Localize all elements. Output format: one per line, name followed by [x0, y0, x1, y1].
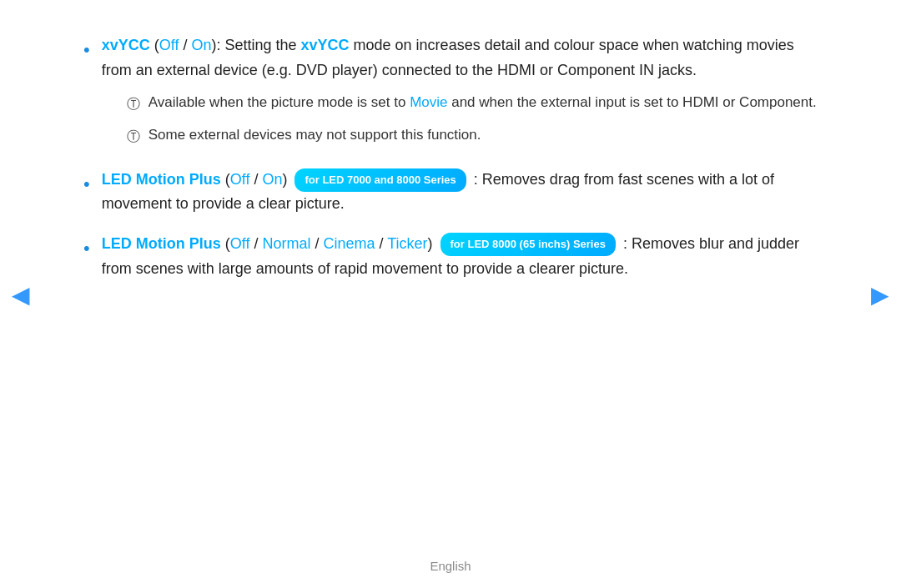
led-motion-2-text: LED Motion Plus (Off / Normal / Cinema /…: [102, 235, 799, 277]
note-icon-2: Ⓣ: [127, 126, 140, 148]
xvycc-content: xvYCC (Off / On): Setting the xvYCC mode…: [102, 33, 818, 153]
language-label: English: [430, 559, 471, 573]
content-area: • xvYCC (Off / On): Setting the xvYCC mo…: [67, 25, 834, 304]
led-m2-normal: Normal: [262, 235, 310, 252]
list-item-led-motion-1: • LED Motion Plus (Off / On) for LED 700…: [83, 168, 818, 217]
led-m2-cinema: Cinema: [323, 235, 375, 252]
led-motion-1-content: LED Motion Plus (Off / On) for LED 7000 …: [102, 168, 818, 217]
bullet-icon-3: •: [83, 234, 90, 263]
led-7000-8000-badge: for LED 7000 and 8000 Series: [294, 168, 466, 191]
note-icon-1: Ⓣ: [127, 93, 140, 115]
list-item-led-motion-2: • LED Motion Plus (Off / Normal / Cinema…: [83, 232, 818, 281]
xvycc-label2: xvYCC: [301, 37, 350, 53]
bullet-icon-2: •: [83, 169, 90, 199]
bullet-icon: •: [83, 35, 90, 64]
led-m2-off: Off: [230, 235, 250, 252]
xvycc-text: xvYCC (Off / On): Setting the xvYCC mode…: [102, 37, 794, 78]
xvycc-off: Off: [159, 37, 179, 53]
led-m2-ticker: Ticker: [387, 235, 427, 252]
nav-arrow-right[interactable]: ▶: [868, 275, 893, 313]
led-motion-2-content: LED Motion Plus (Off / Normal / Cinema /…: [102, 232, 818, 281]
xvycc-note-2-text: Some external devices may not support th…: [148, 123, 481, 146]
led-m1-on: On: [262, 171, 282, 188]
xvycc-note-1-text: Available when the picture mode is set t…: [148, 91, 817, 113]
movie-highlight: Movie: [410, 94, 447, 110]
nav-arrow-left[interactable]: ◀: [8, 275, 33, 313]
left-arrow-icon: ◀: [12, 280, 30, 308]
led-motion-1-text: LED Motion Plus (Off / On) for LED 7000 …: [102, 171, 774, 213]
page-container: ◀ ▶ • xvYCC (Off / On): Setting the xvYC…: [0, 0, 901, 588]
xvycc-note-2: Ⓣ Some external devices may not support …: [127, 123, 818, 148]
list-item-xvycc: • xvYCC (Off / On): Setting the xvYCC mo…: [83, 33, 818, 153]
main-list: • xvYCC (Off / On): Setting the xvYCC mo…: [83, 33, 818, 281]
right-arrow-icon: ▶: [871, 280, 889, 308]
led-motion-1-label: LED Motion Plus: [102, 171, 221, 188]
led-motion-2-label: LED Motion Plus: [102, 235, 221, 252]
led-8000-65-badge: for LED 8000 (65 inchs) Series: [440, 233, 616, 255]
xvycc-note-1: Ⓣ Available when the picture mode is set…: [127, 91, 818, 115]
xvycc-on: On: [191, 37, 211, 53]
footer: English: [430, 559, 471, 573]
xvycc-label: xvYCC: [102, 37, 150, 53]
led-m1-off: Off: [230, 171, 250, 188]
